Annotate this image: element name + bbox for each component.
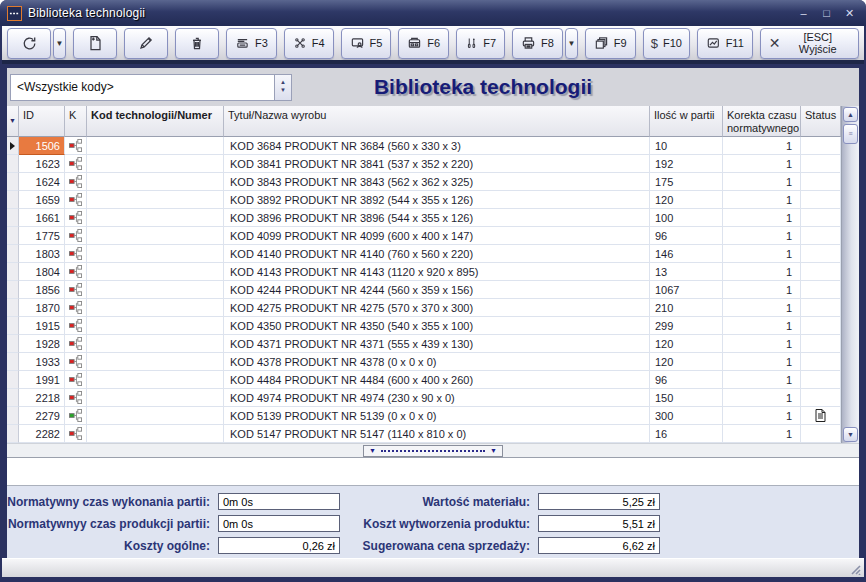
delete-record-button[interactable] xyxy=(175,28,219,59)
cell-id[interactable]: 1775 xyxy=(19,227,65,245)
column-header-k[interactable]: K xyxy=(65,106,87,137)
cell-status[interactable] xyxy=(801,173,841,191)
chart-button[interactable]: F11 xyxy=(697,28,753,59)
cell-id[interactable]: 1928 xyxy=(19,335,65,353)
cell-korekta[interactable]: 1 xyxy=(723,317,801,335)
cell-kod[interactable] xyxy=(87,263,224,281)
cell-status[interactable] xyxy=(801,227,841,245)
cell-qty[interactable]: 96 xyxy=(650,371,723,389)
cell-korekta[interactable]: 1 xyxy=(723,209,801,227)
cell-title[interactable]: KOD 4378 PRODUKT NR 4378 (0 x 0 x 0) xyxy=(224,353,650,371)
print-dropdown[interactable]: ▼ xyxy=(565,28,578,59)
refresh-button[interactable] xyxy=(7,28,51,59)
cell-title[interactable]: KOD 4350 PRODUKT NR 4350 (540 x 355 x 10… xyxy=(224,317,650,335)
cell-qty[interactable]: 175 xyxy=(650,173,723,191)
column-header-status[interactable]: Status xyxy=(801,106,841,137)
cell-title[interactable]: KOD 4244 PRODUKT NR 4244 (560 x 359 x 15… xyxy=(224,281,650,299)
cell-status[interactable] xyxy=(801,299,841,317)
cell-kod[interactable] xyxy=(87,281,224,299)
refresh-dropdown[interactable]: ▼ xyxy=(53,28,66,59)
cell-qty[interactable]: 100 xyxy=(650,209,723,227)
cell-korekta[interactable]: 1 xyxy=(723,263,801,281)
combo-spinner[interactable]: ▲ ▼ xyxy=(274,75,291,100)
cell-id[interactable]: 2282 xyxy=(19,425,65,443)
cell-title[interactable]: KOD 4484 PRODUKT NR 4484 (600 x 400 x 26… xyxy=(224,371,650,389)
cell-title[interactable]: KOD 4140 PRODUKT NR 4140 (760 x 560 x 22… xyxy=(224,245,650,263)
cell-id[interactable]: 1661 xyxy=(19,209,65,227)
column-header-qty[interactable]: Ilość w partii xyxy=(650,106,723,137)
cell-korekta[interactable]: 1 xyxy=(723,137,801,155)
field-koszty-ogolne[interactable]: 0,26 zł xyxy=(218,537,340,554)
cell-title[interactable]: KOD 4275 PRODUKT NR 4275 (570 x 370 x 30… xyxy=(224,299,650,317)
cell-id[interactable]: 1506 xyxy=(19,137,65,155)
cell-title[interactable]: KOD 5147 PRODUKT NR 5147 (1140 x 810 x 0… xyxy=(224,425,650,443)
cell-qty[interactable]: 192 xyxy=(650,155,723,173)
cell-kod[interactable] xyxy=(87,389,224,407)
cell-qty[interactable]: 150 xyxy=(650,389,723,407)
cell-kod[interactable] xyxy=(87,335,224,353)
cell-qty[interactable]: 96 xyxy=(650,227,723,245)
cell-status[interactable] xyxy=(801,425,841,443)
cell-status[interactable] xyxy=(801,389,841,407)
operations-button[interactable]: F4 xyxy=(284,28,334,59)
cell-title[interactable]: KOD 4974 PRODUKT NR 4974 (230 x 90 x 0) xyxy=(224,389,650,407)
table-row[interactable]: 1775KOD 4099 PRODUKT NR 4099 (600 x 400 … xyxy=(7,227,841,245)
cell-status[interactable] xyxy=(801,317,841,335)
cell-title[interactable]: KOD 4371 PRODUKT NR 4371 (555 x 439 x 13… xyxy=(224,335,650,353)
cell-id[interactable]: 1659 xyxy=(19,191,65,209)
copies-button[interactable]: F9 xyxy=(585,28,636,59)
scrollbar-thumb[interactable]: ≡ xyxy=(843,124,858,144)
title-bar[interactable]: Biblioteka technologii – □ ✕ xyxy=(0,0,866,26)
cell-status[interactable] xyxy=(801,137,841,155)
minimize-button[interactable]: – xyxy=(794,5,813,21)
scroll-up-button[interactable]: ▲ xyxy=(843,107,858,122)
table-row[interactable]: 1659KOD 3892 PRODUKT NR 3892 (544 x 355 … xyxy=(7,191,841,209)
table-row[interactable]: 1933KOD 4378 PRODUKT NR 4378 (0 x 0 x 0)… xyxy=(7,353,841,371)
print-button[interactable]: F8 xyxy=(512,28,563,59)
cell-title[interactable]: KOD 5139 PRODUKT NR 5139 (0 x 0 x 0) xyxy=(224,407,650,425)
cell-status[interactable] xyxy=(801,371,841,389)
cell-status[interactable] xyxy=(801,245,841,263)
cell-kod[interactable] xyxy=(87,299,224,317)
filter-arrow-icon[interactable]: ▼ xyxy=(7,106,19,137)
cell-title[interactable]: KOD 3843 PRODUKT NR 3843 (562 x 362 x 32… xyxy=(224,173,650,191)
machine-button[interactable]: F6 xyxy=(398,28,449,59)
cell-qty[interactable]: 10 xyxy=(650,137,723,155)
cell-id[interactable]: 1991 xyxy=(19,371,65,389)
tools-button[interactable]: F7 xyxy=(456,28,505,59)
cell-id[interactable]: 1856 xyxy=(19,281,65,299)
cell-korekta[interactable]: 1 xyxy=(723,335,801,353)
cell-kod[interactable] xyxy=(87,245,224,263)
field-czas-wykonania[interactable]: 0m 0s xyxy=(218,493,340,510)
cell-id[interactable]: 2218 xyxy=(19,389,65,407)
cell-title[interactable]: KOD 3684 PRODUKT NR 3684 (560 x 330 x 3) xyxy=(224,137,650,155)
cell-id[interactable]: 1870 xyxy=(19,299,65,317)
cell-status[interactable] xyxy=(801,281,841,299)
cell-korekta[interactable]: 1 xyxy=(723,389,801,407)
column-header-kod[interactable]: Kod technologii/Numer xyxy=(87,106,224,137)
cell-korekta[interactable]: 1 xyxy=(723,407,801,425)
cell-qty[interactable]: 13 xyxy=(650,263,723,281)
cell-kod[interactable] xyxy=(87,191,224,209)
table-row[interactable]: 2279KOD 5139 PRODUKT NR 5139 (0 x 0 x 0)… xyxy=(7,407,841,425)
cell-id[interactable]: 1624 xyxy=(19,173,65,191)
table-row[interactable]: 1856KOD 4244 PRODUKT NR 4244 (560 x 359 … xyxy=(7,281,841,299)
cell-title[interactable]: KOD 4143 PRODUKT NR 4143 (1120 x 920 x 8… xyxy=(224,263,650,281)
table-row[interactable]: 1915KOD 4350 PRODUKT NR 4350 (540 x 355 … xyxy=(7,317,841,335)
cell-korekta[interactable]: 1 xyxy=(723,245,801,263)
preview-button[interactable]: F5 xyxy=(341,28,392,59)
column-header-title[interactable]: Tytuł/Nazwa wyrobu xyxy=(224,106,650,137)
cell-kod[interactable] xyxy=(87,155,224,173)
table-row[interactable]: 1804KOD 4143 PRODUKT NR 4143 (1120 x 920… xyxy=(7,263,841,281)
cell-korekta[interactable]: 1 xyxy=(723,299,801,317)
cell-kod[interactable] xyxy=(87,317,224,335)
close-button[interactable]: ✕ xyxy=(840,5,859,21)
cell-qty[interactable]: 146 xyxy=(650,245,723,263)
cell-title[interactable]: KOD 3892 PRODUKT NR 3892 (544 x 355 x 12… xyxy=(224,191,650,209)
table-row[interactable]: 1928KOD 4371 PRODUKT NR 4371 (555 x 439 … xyxy=(7,335,841,353)
cell-kod[interactable] xyxy=(87,371,224,389)
table-row[interactable]: 1624KOD 3843 PRODUKT NR 3843 (562 x 362 … xyxy=(7,173,841,191)
scroll-down-button[interactable]: ▼ xyxy=(843,427,858,442)
splitter-collapse-button[interactable]: ▼ ▼ xyxy=(363,445,503,457)
table-row[interactable]: 2282KOD 5147 PRODUKT NR 5147 (1140 x 810… xyxy=(7,425,841,443)
